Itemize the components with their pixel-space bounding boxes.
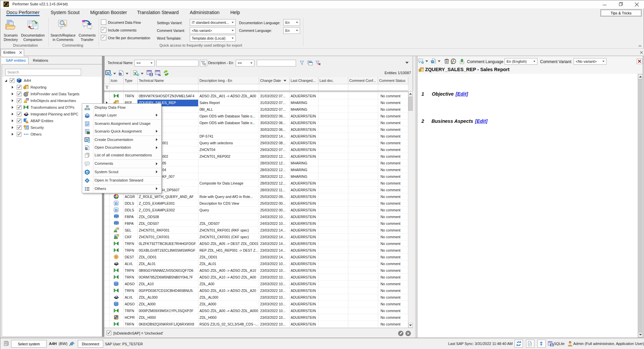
svg-text:W: W	[85, 148, 87, 150]
svg-text:W: W	[119, 73, 121, 75]
svg-text:W: W	[107, 71, 110, 75]
svg-text:D: D	[115, 201, 118, 205]
svg-text:D: D	[115, 208, 118, 212]
